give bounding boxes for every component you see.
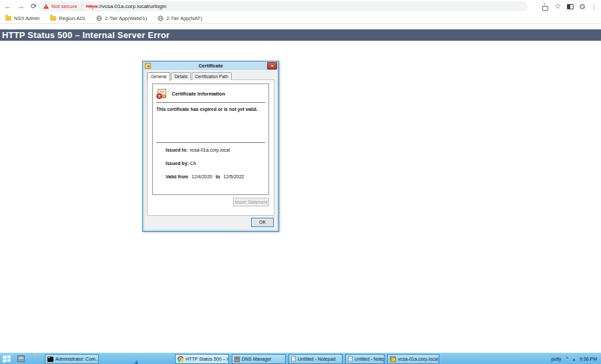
issued-by-row: Issued by: CA	[166, 161, 266, 174]
close-icon[interactable]: ×	[267, 62, 277, 69]
putty-icon	[390, 356, 396, 362]
bookmark-folder-region-a01[interactable]: Region-A01	[50, 15, 85, 21]
monitor-app-icon[interactable]	[102, 355, 103, 361]
taskbar-button-putty-session[interactable]: vcsa-01a.corp.local -...	[387, 354, 439, 364]
certificate-status-message: This certificate has expired or is not y…	[153, 103, 268, 116]
globe-icon	[96, 15, 102, 21]
issued-by-value: CA	[190, 161, 196, 166]
issued-to-label: Issued to:	[166, 148, 190, 152]
warning-icon	[43, 4, 49, 9]
bookmark-2tier-nat[interactable]: 2-Tier App(NAT)	[158, 15, 202, 21]
certificate-dialog: Certificate × General Details Certificat…	[142, 61, 279, 232]
ok-button[interactable]: OK	[251, 218, 274, 227]
taskbar-button-label: DNS Manager	[242, 357, 271, 361]
notepad-icon	[291, 356, 296, 362]
dns-manager-icon	[234, 357, 240, 362]
forward-icon[interactable]: →	[17, 3, 25, 10]
bookmark-star-icon[interactable]: ☆	[554, 2, 561, 11]
taskbar-clock[interactable]: 9:36 PM	[580, 357, 597, 361]
valid-from-label: Valid from	[166, 174, 188, 179]
bookmark-folder-nsx-admin[interactable]: NSX Admin	[5, 15, 39, 21]
show-hidden-icons-icon[interactable]: ▴	[573, 357, 575, 361]
taskbar-button-label: Untitled - Notepad	[355, 357, 385, 361]
taskbar-button-label: Untitled - Notepad	[298, 357, 335, 361]
folder-icon	[5, 16, 11, 21]
valid-to-value: 12/5/2022	[224, 174, 244, 179]
bookmarks-bar: NSX Admin Region-A01 2-Tier App(Web01) 2…	[0, 13, 601, 24]
tab-certification-path[interactable]: Certification Path	[192, 72, 232, 80]
taskbar-button-label: vcsa-01a.corp.local -...	[398, 357, 439, 361]
valid-from-value: 12/4/2020	[192, 174, 212, 179]
bookmark-label: NSX Admin	[14, 15, 39, 21]
valid-to-joiner: to	[216, 174, 220, 179]
globe-icon	[158, 15, 164, 21]
start-button-icon[interactable]	[3, 355, 12, 363]
server-manager-icon[interactable]	[17, 355, 25, 362]
taskbar-button-cmd[interactable]: Administrator: Com...	[45, 354, 99, 364]
back-icon[interactable]: ←	[4, 3, 11, 10]
toolbar-overflow-icon[interactable]: »	[566, 355, 568, 359]
side-panel-icon[interactable]	[567, 4, 574, 9]
divider	[156, 142, 265, 143]
bookmark-label: 2-Tier App(Web01)	[105, 15, 147, 21]
issuer-statement-button[interactable]: Issuer Statement	[233, 198, 269, 206]
bookmark-label: Region-A01	[59, 15, 85, 21]
blue-sail-app-icon[interactable]	[132, 355, 138, 360]
bookmark-2tier-web01[interactable]: 2-Tier App(Web01)	[96, 15, 147, 21]
issued-to-value: vcsa-01a.corp.local	[190, 148, 230, 152]
taskbar-button-dns-manager[interactable]: DNS Manager	[232, 354, 286, 364]
certificate-info-box: Certificate Information This certificate…	[152, 83, 269, 195]
share-icon[interactable]	[542, 3, 548, 10]
folder-icon	[50, 16, 56, 21]
notepad-icon	[348, 356, 353, 362]
url-text[interactable]: ://vcsa-01a.corp.local/ui/login	[97, 3, 166, 9]
url-protocol: https	[86, 3, 97, 9]
refresh-icon[interactable]: ⟳	[31, 3, 37, 10]
taskbar: Administrator: Com... HTTP Status 500 – …	[0, 353, 601, 364]
browser-toolbar: ← → ⟳ Not secure https://vcsa-01a.corp.l…	[0, 0, 601, 13]
taskbar-button-chrome[interactable]: HTTP Status 500 – In...	[175, 354, 229, 364]
bookmark-label: 2-Tier App(NAT)	[166, 15, 202, 21]
taskbar-button-label: HTTP Status 500 – In...	[186, 357, 229, 361]
tab-general[interactable]: General	[147, 72, 170, 81]
dialog-title-bar[interactable]: Certificate ×	[143, 61, 278, 70]
browser-menu-icon[interactable]: ⋮	[591, 3, 597, 10]
dialog-body: General Details Certification Path Cert	[144, 70, 277, 230]
taskbar-button-label: Administrator: Com...	[55, 357, 99, 361]
dialog-tabs: General Details Certification Path	[147, 72, 232, 80]
validity-row: Valid from 12/4/2020 to 12/5/2022	[166, 174, 266, 188]
taskbar-button-notepad-2[interactable]: Untitled - Notepad	[345, 354, 385, 364]
issued-by-label: Issued by:	[166, 161, 190, 166]
tab-details[interactable]: Details	[171, 72, 191, 80]
certificate-information-heading: Certificate Information	[172, 91, 225, 97]
address-bar[interactable]: Not secure https://vcsa-01a.corp.local/u…	[38, 1, 528, 11]
omnibox-divider	[81, 3, 82, 9]
putty-toolbar-label[interactable]: putty	[551, 357, 561, 361]
taskbar-button-notepad-1[interactable]: Untitled - Notepad	[288, 354, 343, 364]
certificate-error-icon	[156, 89, 167, 99]
dialog-title: Certificate	[143, 63, 278, 69]
cmd-icon	[47, 357, 53, 362]
chrome-icon	[178, 356, 184, 362]
issued-to-row: Issued to: vcsa-01a.corp.local	[166, 148, 266, 161]
http-500-error-title: HTTP Status 500 – Internal Server Error	[0, 29, 601, 41]
general-tab-page: Certificate Information This certificate…	[147, 79, 274, 216]
system-tray: putty » ▴ 9:36 PM	[551, 353, 597, 364]
not-secure-label[interactable]: Not secure	[51, 3, 77, 9]
profile-avatar[interactable]	[580, 4, 585, 9]
